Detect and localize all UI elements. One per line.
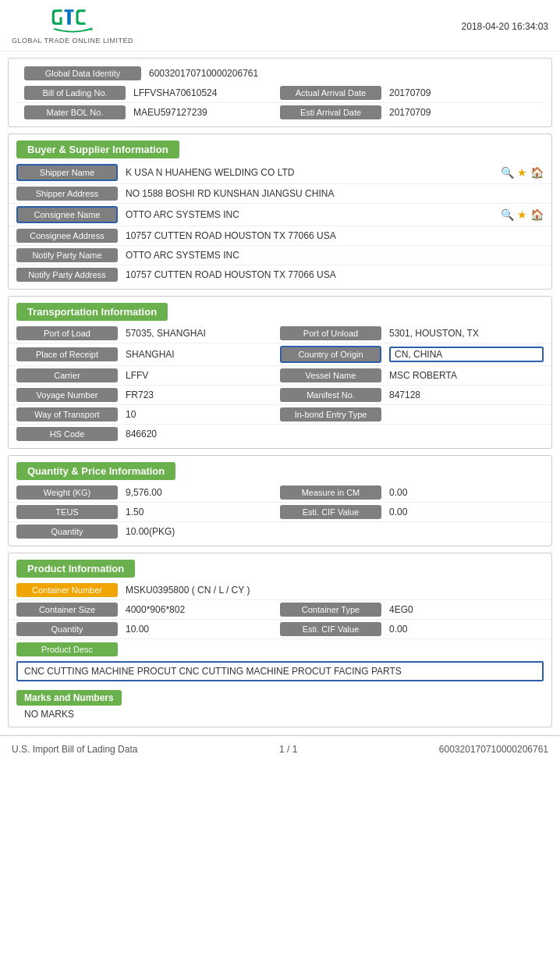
quantity-price-title: Quantity & Price Information <box>16 462 175 480</box>
container-number-value: MSKU0395800 ( CN / L / CY ) <box>126 585 544 596</box>
product-desc-value: CNC CUTTING MACHINE PROCUT CNC CUTTING M… <box>16 661 544 681</box>
quantity-label: Quantity <box>16 525 118 539</box>
measure-in-cm-value: 0.00 <box>389 487 544 498</box>
container-number-label: Container Number <box>16 583 118 597</box>
logo: GLOBAL TRADE ONLINE LIMITED <box>12 8 133 44</box>
consignee-star-icon[interactable]: ★ <box>517 208 527 221</box>
page-header: GLOBAL TRADE ONLINE LIMITED 2018-04-20 1… <box>0 0 560 52</box>
hs-code-row: HS Code 846620 <box>9 425 551 443</box>
buyer-supplier-section: Buyer & Supplier Information Shipper Nam… <box>8 133 552 290</box>
voyage-manifest-row: Voyage Number FR723 Manifest No. 847128 <box>9 386 551 405</box>
transportation-section: Transportation Information Port of Load … <box>8 296 552 449</box>
way-of-transport-value: 10 <box>126 409 280 420</box>
weight-label: Weight (KG) <box>16 486 118 500</box>
teus-cif-row: TEUS 1.50 Esti. CIF Value 0.00 <box>9 503 551 522</box>
measure-in-cm-label: Measure in CM <box>280 486 381 500</box>
notify-party-name-value: OTTO ARC SYSTEMS INC <box>126 250 544 261</box>
notify-party-address-row: Notify Party Address 10757 CUTTEN ROAD H… <box>9 265 551 284</box>
bill-of-lading-label: Bill of Lading No. <box>24 86 126 100</box>
manifest-no-label: Manifest No. <box>280 388 381 402</box>
port-of-load-label: Port of Load <box>16 326 118 340</box>
carrier-label: Carrier <box>16 368 118 382</box>
star-icon[interactable]: ★ <box>517 166 527 179</box>
port-of-unload-label: Port of Unload <box>280 326 381 340</box>
shipper-address-label: Shipper Address <box>16 187 118 201</box>
weight-measure-row: Weight (KG) 9,576.00 Measure in CM 0.00 <box>9 483 551 503</box>
consignee-search-icon[interactable]: 🔍 <box>501 208 514 221</box>
voyage-number-label: Voyage Number <box>16 388 118 402</box>
voyage-number-value: FR723 <box>126 389 280 400</box>
vessel-name-label: Vessel Name <box>280 368 381 382</box>
shipper-name-value: K USA N HUAHENG WELDING CO LTD <box>126 167 493 178</box>
buyer-supplier-title: Buyer & Supplier Information <box>16 140 179 158</box>
esti-cif-value: 0.00 <box>389 507 544 518</box>
mater-bol-label: Mater BOL No. <box>24 105 126 119</box>
mater-bol-row: Mater BOL No. MAEU597127239 Esti Arrival… <box>16 103 544 122</box>
vessel-name-value: MSC ROBERTA <box>389 370 544 381</box>
hs-code-value: 846620 <box>126 429 544 439</box>
product-info-section: Product Information Container Number MSK… <box>8 553 552 727</box>
svg-rect-0 <box>49 9 96 35</box>
container-size-label: Container Size <box>16 603 118 617</box>
search-icon[interactable]: 🔍 <box>501 166 514 179</box>
bol-row: Bill of Lading No. LFFVSHA70610524 Actua… <box>16 84 544 103</box>
country-of-origin-value: CN, CHINA <box>389 347 544 362</box>
svg-rect-2 <box>67 12 71 25</box>
logo-text: GLOBAL TRADE ONLINE LIMITED <box>12 37 133 44</box>
product-desc-row: Product Desc CNC CUTTING MACHINE PROCUT … <box>9 639 551 685</box>
consignee-name-value: OTTO ARC SYSTEMS INC <box>126 209 493 220</box>
actual-arrival-date-value: 20170709 <box>389 87 536 98</box>
svg-rect-1 <box>65 9 74 12</box>
home-icon[interactable]: 🏠 <box>530 166 544 179</box>
consignee-home-icon[interactable]: 🏠 <box>530 208 544 221</box>
container-type-label: Container Type <box>280 603 381 617</box>
carrier-vessel-row: Carrier LFFV Vessel Name MSC ROBERTA <box>9 366 551 386</box>
quantity-price-section: Quantity & Price Information Weight (KG)… <box>8 455 552 546</box>
quantity-row: Quantity 10.00(PKG) <box>9 522 551 541</box>
container-size-value: 4000*906*802 <box>126 604 280 615</box>
notify-party-address-label: Notify Party Address <box>16 268 118 282</box>
consignee-name-row: Consignee Name OTTO ARC SYSTEMS INC 🔍 ★ … <box>9 204 551 226</box>
bill-of-lading-value: LFFVSHA70610524 <box>133 87 280 98</box>
port-of-unload-value: 5301, HOUSTON, TX <box>389 328 544 339</box>
product-quantity-label: Quantity <box>16 622 118 636</box>
country-of-origin-label: Country of Origin <box>280 346 381 363</box>
esti-arrival-date-value: 20170709 <box>389 107 536 118</box>
marks-numbers-row: Marks and Numbers NO MARKS <box>9 685 551 722</box>
global-data-identity-row: Global Data Identity 6003201707100002067… <box>16 63 544 84</box>
consignee-address-row: Consignee Address 10757 CUTTEN ROAD HOUS… <box>9 226 551 246</box>
shipper-name-row: Shipper Name K USA N HUAHENG WELDING CO … <box>9 162 551 184</box>
global-data-identity-value: 600320170710000206761 <box>149 68 536 79</box>
teus-label: TEUS <box>16 505 118 519</box>
shipper-name-icons: 🔍 ★ 🏠 <box>501 166 544 179</box>
page-footer: U.S. Import Bill of Lading Data 1 / 1 60… <box>0 735 560 763</box>
product-esti-cif-label: Esti. CIF Value <box>280 622 381 636</box>
consignee-name-icons: 🔍 ★ 🏠 <box>501 208 544 221</box>
transportation-title: Transportation Information <box>16 303 168 321</box>
footer-right: 600320170710000206761 <box>439 744 548 755</box>
container-number-row: Container Number MSKU0395800 ( CN / L / … <box>9 581 551 600</box>
manifest-no-value: 847128 <box>389 389 544 400</box>
esti-arrival-date-label: Esti Arrival Date <box>280 105 381 119</box>
weight-value: 9,576.00 <box>126 487 280 498</box>
shipper-address-row: Shipper Address NO 1588 BOSHI RD KUNSHAN… <box>9 184 551 204</box>
esti-cif-label: Esti. CIF Value <box>280 505 381 519</box>
timestamp: 2018-04-20 16:34:03 <box>462 21 548 32</box>
footer-left: U.S. Import Bill of Lading Data <box>12 744 137 755</box>
way-of-transport-label: Way of Transport <box>16 407 118 421</box>
port-of-load-value: 57035, SHANGHAI <box>126 328 280 339</box>
shipper-name-label: Shipper Name <box>16 164 118 181</box>
hs-code-label: HS Code <box>16 427 118 441</box>
notify-party-name-label: Notify Party Name <box>16 248 118 262</box>
place-of-receipt-label: Place of Receipt <box>16 347 118 361</box>
notify-party-name-row: Notify Party Name OTTO ARC SYSTEMS INC <box>9 246 551 265</box>
consignee-address-label: Consignee Address <box>16 229 118 243</box>
container-size-type-row: Container Size 4000*906*802 Container Ty… <box>9 600 551 620</box>
notify-party-address-value: 10757 CUTTEN ROAD HOUSTON TX 77066 USA <box>126 269 544 280</box>
transport-inbond-row: Way of Transport 10 In-bond Entry Type <box>9 405 551 425</box>
container-type-value: 4EG0 <box>389 604 544 615</box>
product-info-title: Product Information <box>16 560 135 578</box>
quantity-value: 10.00(PKG) <box>126 526 544 537</box>
shipper-address-value: NO 1588 BOSHI RD KUNSHAN JIANGSU CHINA <box>126 188 544 199</box>
consignee-name-label: Consignee Name <box>16 206 118 223</box>
